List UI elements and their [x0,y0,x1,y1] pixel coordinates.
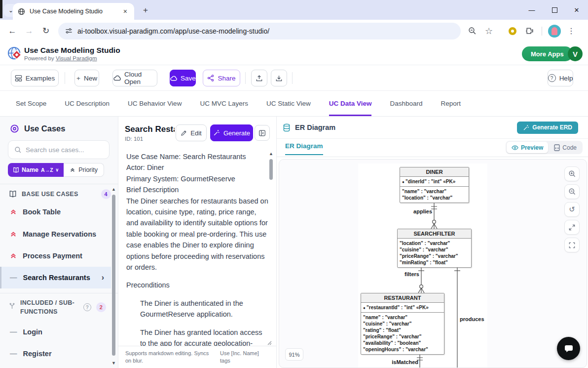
user-avatar[interactable]: V [568,46,583,61]
magic-wand-icon [523,124,529,131]
window-minimize-button[interactable]: — [520,0,543,20]
address-bar[interactable]: ai-toolbox.visual-paradigm.com/app/use-c… [58,23,461,40]
cloud-open-button[interactable]: Cloud Open [112,70,157,86]
browser-tab[interactable]: Use Case Modeling Studio × [13,3,134,20]
resize-grip-icon[interactable] [266,340,272,345]
fullscreen-button[interactable] [564,238,580,252]
tab-uc-mvc-layers[interactable]: UC MVC Layers [200,91,248,116]
edit-button[interactable]: Edit [176,124,207,141]
tab-set-scope[interactable]: Set Scope [16,91,46,116]
book-icon [9,190,17,198]
editor-footer: Supports markdown editing. Syncs on blur… [118,346,276,368]
use-case-title: Search Restaurants [125,124,175,134]
generate-button[interactable]: Generate [210,124,253,141]
code-toggle[interactable]: Code [549,142,582,153]
base-use-cases-header[interactable]: BASE USE CASES 4 [9,189,111,199]
expand-button[interactable] [564,220,580,235]
zoom-out-page-icon[interactable] [464,23,480,40]
tab-close-icon[interactable]: × [121,7,129,15]
branch-icon [9,302,15,310]
new-button[interactable]: + New [74,70,99,86]
sidebar-item-manage-reservations[interactable]: Manage Reservations [0,223,111,245]
share-button[interactable]: Share [203,70,240,86]
app-toolbar: Examples + New Cloud Open Save Share ? H… [0,65,588,91]
entity-pk: "dinerId" : "int" «PK» [400,177,469,187]
visual-paradigm-link[interactable]: Visual Paradigm [56,55,97,61]
window-maximize-button[interactable] [543,0,566,20]
base-count-badge: 4 [101,189,111,199]
extensions-puzzle-icon[interactable] [521,23,538,40]
book-icon [13,167,19,173]
tab-report[interactable]: Report [441,91,461,116]
save-button[interactable]: Save [170,70,196,86]
help-question-icon[interactable]: ? [83,303,91,311]
profile-avatar[interactable] [546,23,563,40]
erd-entity-restaurant[interactable]: RESTAURANT "restaurantId" : "int" «PK» "… [361,293,444,355]
use-case-search[interactable] [8,140,110,159]
use-case-panel: Search Restaurants ID: 101 Edit Generate… [118,117,277,368]
entity-attribute: "openingHours" : "varchar" [363,346,442,353]
forward-icon[interactable]: → [21,23,37,40]
browser-menu-icon[interactable]: ⋮ [563,23,580,40]
erd-entity-diner[interactable]: DINER "dinerId" : "int" «PK» "name" : "v… [400,167,469,203]
search-input[interactable] [26,146,100,154]
entity-name: SEARCHFILTER [398,229,471,239]
scrollbar-up-icon[interactable]: ▲ [111,187,116,192]
scrollbar-up-icon[interactable]: ▲ [269,151,273,156]
chat-widget-button[interactable] [557,337,580,360]
sort-by-name-button[interactable]: Name A→Z ∨ [8,163,64,177]
help-button[interactable]: ? Help [548,70,573,86]
back-icon[interactable]: ← [4,23,21,40]
entity-attribute: "rating" : "float" [363,327,442,333]
sidebar-item-register[interactable]: — Register [0,343,111,365]
precondition-item: The Diner is authenticated in the Gourme… [140,298,268,320]
tab-uc-description[interactable]: UC Description [65,91,110,116]
zoom-out-button[interactable] [564,184,580,199]
generate-erd-button[interactable]: Generate ERD [517,122,578,134]
erd-panel-title: ER Diagram [295,123,335,131]
sidebar-item-process-payment[interactable]: Process Payment [0,245,111,267]
editor-scrollbar[interactable] [269,159,273,180]
dash-priority-icon: — [10,274,17,282]
included-subfunctions-header[interactable]: INCLUDED / SUB-FUNCTIONS ? 2 [9,298,106,316]
tab-uc-behavior-view[interactable]: UC Behavior View [128,91,182,116]
search-icon [14,146,22,154]
erd-canvas[interactable]: DINER "dinerId" : "int" «PK» "name" : "v… [279,159,587,368]
bookmark-star-icon[interactable]: ☆ [480,23,497,40]
more-apps-button[interactable]: More Apps [522,46,573,61]
tab-uc-data-view[interactable]: UC Data View [329,91,372,116]
entity-pk: "restaurantId" : "int" «PK» [361,303,444,313]
extension-badge-icon[interactable] [504,23,521,40]
plus-icon: + [76,75,80,82]
preview-toggle[interactable]: Preview [507,142,548,153]
reload-icon[interactable]: ↻ [37,23,54,40]
zoom-in-button[interactable] [564,166,580,181]
examples-button[interactable]: Examples [11,70,59,86]
entity-name: DINER [400,167,469,177]
preconditions-header: Preconditions [126,280,268,290]
sidebar-scrollbar[interactable] [112,195,115,356]
window-close-button[interactable]: ✕ [565,0,588,20]
tab-title: Use Case Modeling Studio [30,8,117,15]
sidebar-item-book-table[interactable]: Book Table [0,201,111,223]
new-tab-button[interactable]: + [139,4,152,17]
tab-dashboard[interactable]: Dashboard [390,91,422,116]
entity-attribute: "name" : "varchar" [363,314,442,321]
site-settings-icon[interactable] [65,27,73,35]
divider [0,293,118,293]
url-text[interactable]: ai-toolbox.visual-paradigm.com/app/use-c… [77,27,269,35]
tab-er-diagram[interactable]: ER Diagram [285,142,323,155]
sidebar-item-search-restaurants[interactable]: — Search Restaurants › [0,267,111,288]
reset-view-button[interactable]: ↺ [564,202,580,217]
sort-by-priority-button[interactable]: Priority [64,163,104,177]
diagram-zoom-controls: ↺ [564,166,580,255]
tab-uc-static-view[interactable]: UC Static View [266,91,311,116]
sidebar-item-login[interactable]: — Login [0,321,111,343]
collapse-panel-button[interactable] [255,125,270,141]
scrollbar-down-icon[interactable]: ▼ [111,361,116,366]
use-case-description-editor[interactable]: Use Case Name: Search Restaurants Actor:… [126,151,268,346]
import-button[interactable] [251,70,267,86]
erd-entity-searchfilter[interactable]: SEARCHFILTER "location" : "varchar" "cui… [397,229,472,268]
use-case-id: ID: 101 [125,136,143,142]
export-button[interactable] [271,70,287,86]
